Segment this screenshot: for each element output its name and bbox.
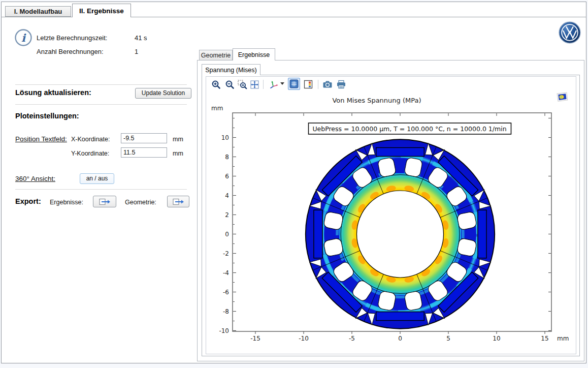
plot-annotation-text: UebPress = 10.0000 µm, T = 100.000 °C, n… [312,125,506,133]
orientation-dropdown-caret[interactable] [280,82,284,85]
plot-settings-heading: Ploteinstellungen: [15,112,79,120]
grid-button[interactable] [288,78,300,90]
y-tick-label: -2 [223,250,229,257]
update-solution-button[interactable]: Update Solution [135,88,191,99]
zoom-out-button[interactable] [223,78,236,90]
x-tick-label: 5 [446,335,450,342]
y-tick-label: 6 [225,173,229,180]
x-tick-label: 15 [541,335,548,342]
tab-geometrie[interactable]: Geometrie [199,50,233,60]
y-tick-label: -10 [219,327,229,334]
color-legend-icon [304,80,313,89]
y-tick-label: 8 [225,154,229,161]
position-textfield-link[interactable]: Position Textfeld: [15,135,67,143]
toolbar-separator [263,80,264,89]
x-coordinate-input[interactable] [121,133,167,143]
x-unit-label: mm [173,136,183,143]
export-results-button[interactable] [93,196,116,207]
info-icon: i [14,28,32,49]
y-coordinate-input[interactable] [121,147,167,158]
x-tick-label: 0 [398,335,402,342]
zoom-extents-icon [250,80,259,89]
orientation-axes-button[interactable] [268,78,280,90]
y-tick-label: 10 [221,134,229,141]
toolbar-separator [318,80,318,89]
separator [15,104,187,105]
calc-count-value: 1 [135,48,138,55]
camera-icon [322,80,333,89]
zoom-box-button[interactable] [236,78,248,90]
plot-title: Von Mises Spannung (MPa) [332,97,421,104]
camera-button[interactable] [321,78,334,90]
grid-icon [289,79,299,88]
view-360-link[interactable]: 360° Ansicht: [15,175,55,182]
x-tick-label: -10 [299,335,309,342]
y-tick-label: -4 [223,269,229,277]
rotor-cross-section [306,139,495,328]
y-tick-label: 4 [225,192,229,199]
zoom-out-icon [225,80,235,89]
last-calc-time-label: Letzte Berechnungszeit: [37,34,107,42]
orientation-axes-icon [269,80,279,89]
export-results-label: Ergebnisse: [50,199,83,206]
y-axis-unit: mm [211,105,223,112]
y-tick-label: -6 [223,289,229,296]
y-tick-label: 2 [225,211,229,219]
export-geometry-label: Geometrie: [125,199,156,206]
y-coordinate-label: Y-Koordinate: [71,150,109,157]
print-icon [336,80,346,89]
update-solution-heading: Lösung aktualisieren: [15,88,91,97]
separator [15,189,187,190]
x-tick-label: 10 [493,335,500,342]
calc-count-label: Anzahl Berechnungen: [37,48,104,55]
print-button[interactable] [335,78,347,90]
x-tick-label: -5 [349,335,355,342]
y-tick-label: 0 [225,231,229,238]
view-360-toggle-button[interactable]: an / aus [80,173,114,184]
zoom-extents-button[interactable] [248,78,260,90]
tab-spannung-mises[interactable]: Spannung (Mises) [202,64,260,75]
x-coordinate-label: X-Koordinate: [71,136,110,143]
color-legend-button[interactable] [302,78,314,90]
tab-ergebnisse-plot[interactable]: Ergebnisse [233,48,275,60]
x-axis-unit: mm [557,335,569,342]
export-geometry-button[interactable] [167,196,189,207]
zoom-box-icon [238,80,247,89]
tab-ergebnisse[interactable]: II. Ergebnisse [72,4,131,17]
x-tick-label: -15 [250,335,260,342]
export-icon [99,200,111,207]
export-icon [172,200,184,207]
tab-modellaufbau[interactable]: I. Modellaufbau [5,6,71,17]
y-unit-label: mm [173,150,183,157]
export-heading: Export: [15,197,41,205]
separator [15,84,187,85]
zoom-in-button[interactable] [210,78,222,90]
last-calc-time-value: 41 s [135,34,147,42]
vw-logo [559,21,581,46]
zoom-in-icon [211,80,221,89]
plot-canvas[interactable]: Von Mises Spannung (MPa)mmmm-15-10-50510… [206,93,575,353]
y-tick-label: -8 [223,308,229,315]
